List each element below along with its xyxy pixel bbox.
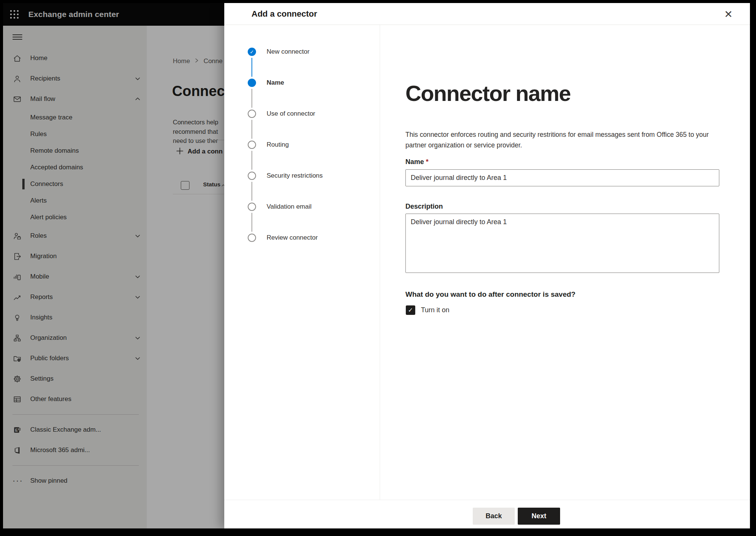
screen: Exchange admin center Home Recipients — [0, 0, 756, 536]
wizard-step-use-of-connector[interactable]: Use of connector — [224, 98, 380, 129]
step-todo-circle — [248, 234, 256, 242]
wizard-steps-rail: ✓ New connector Name Use of connector Ro… — [224, 25, 380, 500]
step-current-dot — [248, 79, 256, 87]
panel-header: Add a connector ✕ — [224, 3, 750, 25]
close-icon[interactable]: ✕ — [722, 8, 735, 20]
turn-it-on-row: ✓ Turn it on — [406, 305, 449, 315]
next-button[interactable]: Next — [518, 508, 560, 525]
connector-name-input[interactable] — [405, 169, 719, 186]
wizard-page-heading: Connector name — [405, 81, 571, 105]
wizard-step-name[interactable]: Name — [224, 67, 380, 98]
app-window: Exchange admin center Home Recipients — [3, 3, 750, 528]
wizard-step-security-restrictions[interactable]: Security restrictions — [224, 160, 380, 191]
wizard-step-validation-email[interactable]: Validation email — [224, 191, 380, 222]
wizard-step-review-connector[interactable]: Review connector — [224, 222, 380, 253]
required-asterisk: * — [426, 158, 428, 166]
step-check-icon: ✓ — [248, 48, 256, 56]
step-todo-circle — [248, 203, 256, 211]
after-save-question: What do you want to do after connector i… — [405, 290, 576, 299]
connector-description-textarea[interactable]: Deliver journal directly to Area 1 — [405, 214, 719, 273]
panel-title: Add a connector — [251, 3, 317, 25]
step-todo-circle — [248, 141, 256, 149]
add-connector-panel: Add a connector ✕ ✓ New connector Name U… — [224, 3, 750, 528]
description-field-label: Description — [405, 203, 443, 211]
step-todo-circle — [248, 110, 256, 118]
name-field-label: Name* — [405, 158, 428, 166]
step-todo-circle — [248, 172, 256, 180]
wizard-page-description: This connector enforces routing and secu… — [405, 129, 726, 150]
wizard-step-routing[interactable]: Routing — [224, 129, 380, 160]
turn-it-on-checkbox[interactable]: ✓ — [406, 305, 415, 315]
panel-footer: Back Next — [224, 500, 750, 528]
turn-it-on-label: Turn it on — [421, 306, 449, 314]
wizard-step-new-connector[interactable]: ✓ New connector — [224, 36, 380, 67]
back-button[interactable]: Back — [473, 508, 515, 525]
